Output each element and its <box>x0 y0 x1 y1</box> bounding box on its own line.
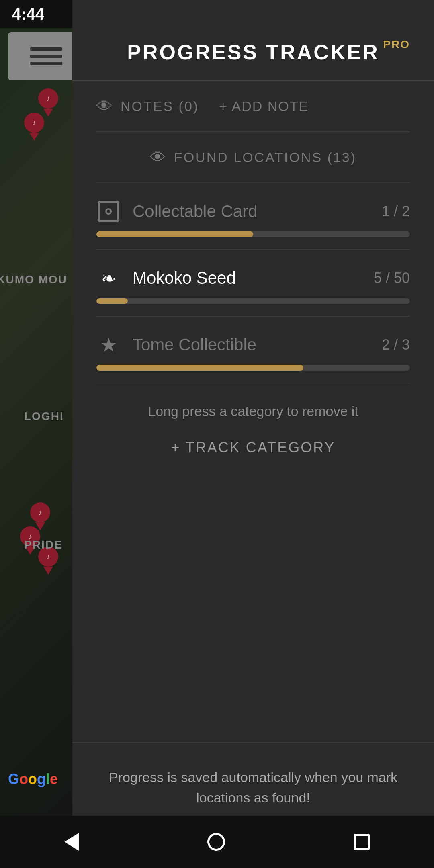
card-icon-shape <box>98 201 119 222</box>
category-mokoko-seed[interactable]: ❧ Mokoko Seed 5 / 50 <box>96 250 410 317</box>
map-label-nkumo: NKUMO MOU <box>0 273 67 286</box>
seed-icon-glyph: ❧ <box>101 268 116 289</box>
map-marker-5: ♪ <box>36 547 60 579</box>
mokoko-seed-count: 5 / 50 <box>374 270 410 287</box>
tome-collectible-progress-bg <box>96 365 410 371</box>
found-locations-label: FOUND LOCATIONS (13) <box>174 149 356 165</box>
locations-eye-icon: 👁 <box>150 148 166 166</box>
category-collectable-card-header: Collectable Card 1 / 2 <box>96 199 410 231</box>
category-tome-collectible-header: ★ Tome Collectible 2 / 3 <box>96 333 410 365</box>
track-category-label[interactable]: + TRACK CATEGORY <box>171 439 335 456</box>
notes-label: NOTES (0) <box>121 98 199 114</box>
add-note-button[interactable]: + ADD NOTE <box>219 98 309 114</box>
collectable-card-icon <box>96 199 121 223</box>
map-label-loghi: LOGHI <box>24 410 64 423</box>
collectable-card-name: Collectable Card <box>133 202 370 221</box>
panel-content: 👁 NOTES (0) + ADD NOTE 👁 FOUND LOCATIONS… <box>72 81 434 742</box>
progress-tracker-panel: PROGRESS TRACKER PRO 👁 NOTES (0) + ADD N… <box>72 0 434 868</box>
collectable-card-progress-fill <box>96 231 253 237</box>
category-tome-collectible[interactable]: ★ Tome Collectible 2 / 3 <box>96 317 410 383</box>
panel-title: PROGRESS TRACKER <box>127 41 379 64</box>
navigation-bar <box>0 816 434 868</box>
google-logo: Google <box>8 771 58 788</box>
hamburger-line-3 <box>30 62 62 65</box>
map-label-pride: PRIDE <box>24 538 63 551</box>
notes-eye-icon: 👁 <box>96 97 113 115</box>
map-marker-2: ♪ <box>22 113 46 145</box>
hint-text: Long press a category to remove it <box>96 383 410 427</box>
mokoko-seed-progress-bg <box>96 298 410 304</box>
mokoko-seed-icon: ❧ <box>96 266 121 290</box>
collectable-card-progress-bg <box>96 231 410 237</box>
home-icon <box>207 833 225 851</box>
tome-collectible-icon: ★ <box>96 333 121 357</box>
home-button[interactable] <box>207 833 225 851</box>
card-icon-inner <box>105 208 112 215</box>
bottom-info-text: Progress is saved automatically when you… <box>96 767 410 808</box>
category-collectable-card[interactable]: Collectable Card 1 / 2 <box>96 183 410 250</box>
hamburger-line-1 <box>30 47 62 51</box>
panel-header: PROGRESS TRACKER PRO <box>72 0 434 81</box>
track-category-button[interactable]: + TRACK CATEGORY <box>96 427 410 480</box>
notes-row: 👁 NOTES (0) + ADD NOTE <box>96 81 410 132</box>
hamburger-line-2 <box>30 55 62 58</box>
category-mokoko-seed-header: ❧ Mokoko Seed 5 / 50 <box>96 266 410 298</box>
mokoko-seed-progress-fill <box>96 298 128 304</box>
star-icon-glyph: ★ <box>100 334 117 356</box>
mokoko-seed-name: Mokoko Seed <box>133 268 362 288</box>
pro-badge: PRO <box>383 38 410 51</box>
tome-collectible-name: Tome Collectible <box>133 335 370 354</box>
found-locations-row: 👁 FOUND LOCATIONS (13) <box>96 132 410 183</box>
back-button[interactable] <box>64 833 79 851</box>
tome-collectible-progress-fill <box>96 365 303 371</box>
tome-collectible-count: 2 / 3 <box>382 336 410 353</box>
recent-icon <box>354 834 370 850</box>
collectable-card-count: 1 / 2 <box>382 203 410 220</box>
back-icon <box>64 833 79 851</box>
status-time: 4:44 <box>12 5 44 23</box>
recent-button[interactable] <box>354 834 370 850</box>
